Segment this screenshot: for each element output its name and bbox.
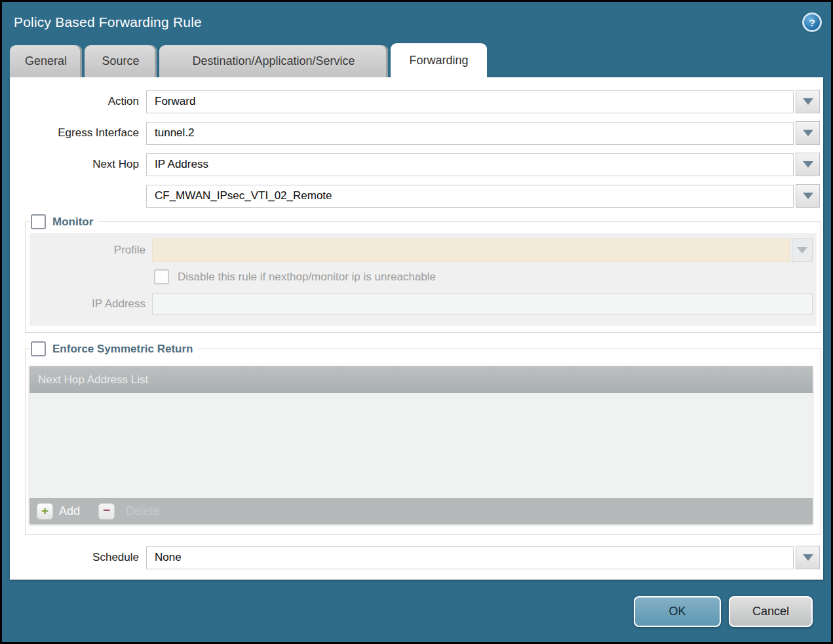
action-row: Action Forward xyxy=(10,90,820,113)
chevron-down-icon xyxy=(803,130,813,136)
forwarding-tab-panel: Action Forward Egress Interface tunnel.2… xyxy=(10,77,823,580)
minus-icon: − xyxy=(103,504,110,516)
symmetric-return-section: Enforce Symmetric Return Next Hop Addres… xyxy=(25,341,821,535)
table-body xyxy=(29,393,813,498)
next-hop-type-select[interactable]: IP Address xyxy=(146,153,794,176)
chevron-down-icon xyxy=(803,98,813,105)
chevron-down-icon xyxy=(803,161,813,168)
disable-rule-label: Disable this rule if nexthop/monitor ip … xyxy=(178,271,436,284)
next-hop-address-dropdown-button[interactable] xyxy=(796,184,820,208)
delete-button-icon: − xyxy=(98,503,115,520)
help-icon[interactable]: ? xyxy=(802,12,822,32)
disable-rule-checkbox xyxy=(154,269,169,284)
dialog-frame: Policy Based Forwarding Rule ? General S… xyxy=(2,2,831,642)
add-button-icon[interactable]: + xyxy=(37,503,53,520)
monitor-ip-input xyxy=(152,293,813,315)
delete-button: Delete xyxy=(126,504,160,518)
next-hop-address-row: CF_MWAN_IPsec_VTI_02_Remote xyxy=(10,184,820,208)
tab-general[interactable]: General xyxy=(10,45,82,77)
table-toolbar: + Add − Delete xyxy=(29,498,813,524)
egress-interface-select[interactable]: tunnel.2 xyxy=(146,122,794,145)
schedule-dropdown-button[interactable] xyxy=(796,546,820,569)
dialog-title: Policy Based Forwarding Rule xyxy=(14,14,802,30)
symmetric-return-legend-label: Enforce Symmetric Return xyxy=(52,343,193,356)
symmetric-return-checkbox[interactable] xyxy=(31,341,46,356)
next-hop-label: Next Hop xyxy=(10,158,146,171)
profile-dropdown-button xyxy=(792,238,813,262)
dialog-titlebar: Policy Based Forwarding Rule ? xyxy=(2,2,831,43)
schedule-label: Schedule xyxy=(10,551,146,564)
symmetric-return-legend: Enforce Symmetric Return xyxy=(29,341,198,356)
monitor-legend-label: Monitor xyxy=(52,216,93,229)
monitor-section: Monitor Profile Disable this rule if nex… xyxy=(25,214,821,333)
tab-bar: General Source Destination/Application/S… xyxy=(10,43,487,77)
chevron-down-icon xyxy=(803,193,813,199)
next-hop-row: Next Hop IP Address xyxy=(10,153,820,176)
chevron-down-icon xyxy=(797,247,807,254)
monitor-checkbox[interactable] xyxy=(31,214,46,229)
tab-source[interactable]: Source xyxy=(85,45,157,77)
profile-row: Profile xyxy=(29,238,813,262)
schedule-row: Schedule None xyxy=(10,546,820,569)
profile-select xyxy=(152,238,790,262)
action-select[interactable]: Forward xyxy=(146,90,794,113)
next-hop-address-select[interactable]: CF_MWAN_IPsec_VTI_02_Remote xyxy=(146,185,794,208)
plus-icon: + xyxy=(41,504,48,517)
disable-rule-row: Disable this rule if nexthop/monitor ip … xyxy=(154,269,813,284)
egress-interface-dropdown-button[interactable] xyxy=(796,121,820,145)
monitor-ip-label: IP Address xyxy=(29,297,152,311)
table-header: Next Hop Address List xyxy=(29,366,813,393)
tab-destination-application-service[interactable]: Destination/Application/Service xyxy=(159,45,388,77)
chevron-down-icon xyxy=(803,554,813,561)
next-hop-type-dropdown-button[interactable] xyxy=(796,153,820,176)
action-dropdown-button[interactable] xyxy=(796,90,820,113)
cancel-button[interactable]: Cancel xyxy=(729,596,813,627)
monitor-ip-row: IP Address xyxy=(29,293,813,315)
table-header-label: Next Hop Address List xyxy=(38,373,148,387)
monitor-legend: Monitor xyxy=(29,214,98,229)
tab-forwarding[interactable]: Forwarding xyxy=(391,43,487,77)
profile-label: Profile xyxy=(29,244,152,257)
schedule-select[interactable]: None xyxy=(146,546,794,569)
action-label: Action xyxy=(10,95,146,108)
add-button[interactable]: Add xyxy=(59,504,80,518)
dialog-action-bar: OK Cancel xyxy=(2,580,831,642)
monitor-panel: Profile Disable this rule if nexthop/mon… xyxy=(29,233,817,326)
egress-interface-row: Egress Interface tunnel.2 xyxy=(10,121,820,145)
egress-interface-label: Egress Interface xyxy=(10,126,146,140)
next-hop-address-table: Next Hop Address List + Add − Delete xyxy=(29,366,813,524)
ok-button[interactable]: OK xyxy=(634,596,721,627)
